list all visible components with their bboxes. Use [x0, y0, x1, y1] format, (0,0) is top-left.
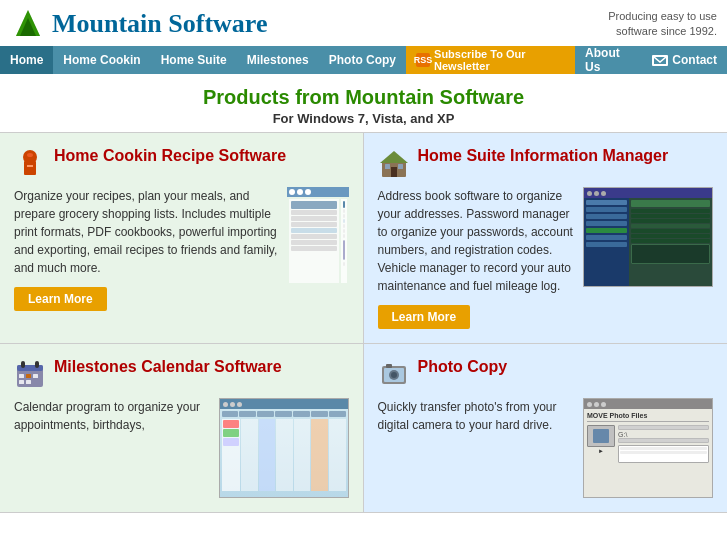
svg-rect-16 — [19, 374, 24, 378]
logo[interactable]: Mountain Software — [10, 6, 267, 42]
product-title: Home Suite Information Manager — [418, 147, 669, 165]
logo-text: Mountain Software — [52, 9, 267, 39]
nav-about[interactable]: About Us — [575, 46, 642, 74]
home-cookin-icon — [14, 147, 46, 179]
product-title: Milestones Calendar Software — [54, 358, 282, 376]
product-body: Quickly transfer photo's from your digit… — [378, 398, 714, 498]
home-suite-screenshot — [583, 187, 713, 287]
product-header: Home Suite Information Manager — [378, 147, 714, 179]
svg-rect-13 — [17, 365, 43, 371]
rss-icon: RSS — [416, 53, 430, 67]
product-description: Calendar program to organize your appoin… — [14, 398, 211, 434]
mountain-logo-icon — [10, 6, 46, 42]
page-title-area: Products from Mountain Software For Wind… — [0, 74, 727, 132]
product-photo-copy: Photo Copy Quickly transfer photo's from… — [364, 344, 728, 513]
product-home-cookin: Home Cookin Recipe Software Organize you… — [0, 133, 364, 344]
product-title: Photo Copy — [418, 358, 508, 376]
products-grid: Home Cookin Recipe Software Organize you… — [0, 132, 727, 513]
nav-contact[interactable]: Contact — [642, 46, 727, 74]
learn-more-button[interactable]: Learn More — [378, 305, 471, 329]
photo-copy-icon — [378, 358, 410, 390]
nav-subscribe[interactable]: RSS Subscribe To Our Newsletter — [406, 46, 575, 74]
milestones-icon — [14, 358, 46, 390]
product-body: Organize your recipes, plan your meals, … — [14, 187, 349, 311]
page-main-title: Products from Mountain Software — [0, 86, 727, 109]
svg-rect-19 — [19, 380, 24, 384]
product-header: Home Cookin Recipe Software — [14, 147, 349, 179]
product-header: Milestones Calendar Software — [14, 358, 349, 390]
product-description: Quickly transfer photo's from your digit… — [378, 398, 576, 434]
product-description: Address book software to organize your a… — [378, 187, 576, 295]
product-milestones: Milestones Calendar Software Calendar pr… — [0, 344, 364, 513]
site-header: Mountain Software Producing easy to use … — [0, 0, 727, 46]
header-tagline: Producing easy to use software since 199… — [608, 9, 717, 40]
product-header: Photo Copy — [378, 358, 714, 390]
product-title: Home Cookin Recipe Software — [54, 147, 286, 165]
home-suite-icon — [378, 147, 410, 179]
svg-rect-15 — [35, 361, 39, 368]
svg-marker-8 — [380, 151, 408, 163]
svg-rect-5 — [27, 165, 33, 167]
svg-rect-17 — [26, 374, 31, 378]
home-cookin-screenshot — [287, 187, 349, 285]
learn-more-button[interactable]: Learn More — [14, 287, 107, 311]
milestones-screenshot — [219, 398, 349, 498]
svg-rect-14 — [21, 361, 25, 368]
svg-rect-4 — [24, 161, 36, 175]
product-description: Organize your recipes, plan your meals, … — [14, 187, 279, 277]
nav-home[interactable]: Home — [0, 46, 53, 74]
svg-rect-11 — [398, 164, 403, 169]
product-home-suite: Home Suite Information Manager Address b… — [364, 133, 728, 344]
nav-photo-copy[interactable]: Photo Copy — [319, 46, 406, 74]
svg-rect-20 — [26, 380, 31, 384]
svg-point-24 — [391, 372, 397, 378]
svg-rect-25 — [386, 364, 392, 368]
nav-home-suite[interactable]: Home Suite — [151, 46, 237, 74]
email-icon — [652, 55, 668, 66]
photo-copy-screenshot: MOVE Photo Files ► G:\ — [583, 398, 713, 498]
page-sub-title: For Windows 7, Vista, and XP — [0, 111, 727, 126]
product-body: Calendar program to organize your appoin… — [14, 398, 349, 498]
svg-rect-18 — [33, 374, 38, 378]
main-nav: Home Home Cookin Home Suite Milestones P… — [0, 46, 727, 74]
svg-point-6 — [27, 153, 33, 157]
product-body: Address book software to organize your a… — [378, 187, 714, 329]
svg-rect-10 — [385, 164, 390, 169]
svg-rect-9 — [391, 167, 397, 177]
nav-home-cookin[interactable]: Home Cookin — [53, 46, 150, 74]
nav-milestones[interactable]: Milestones — [237, 46, 319, 74]
